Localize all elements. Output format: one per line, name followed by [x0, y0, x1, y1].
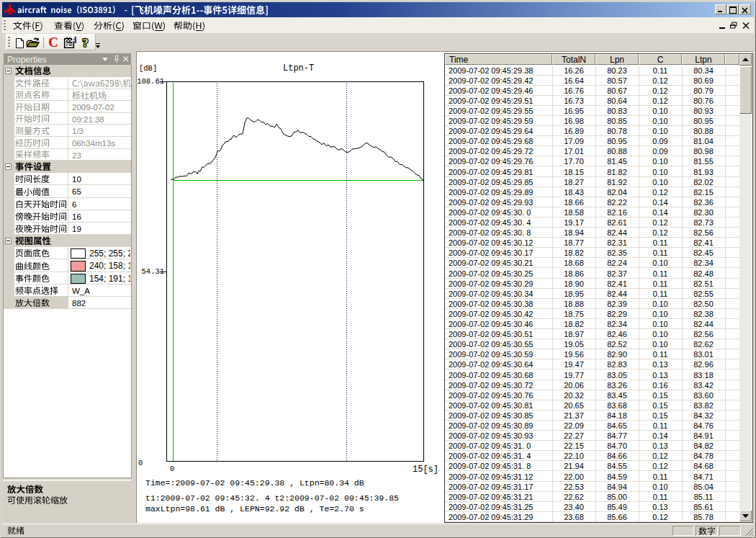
svg-text:?: ?: [82, 36, 89, 50]
